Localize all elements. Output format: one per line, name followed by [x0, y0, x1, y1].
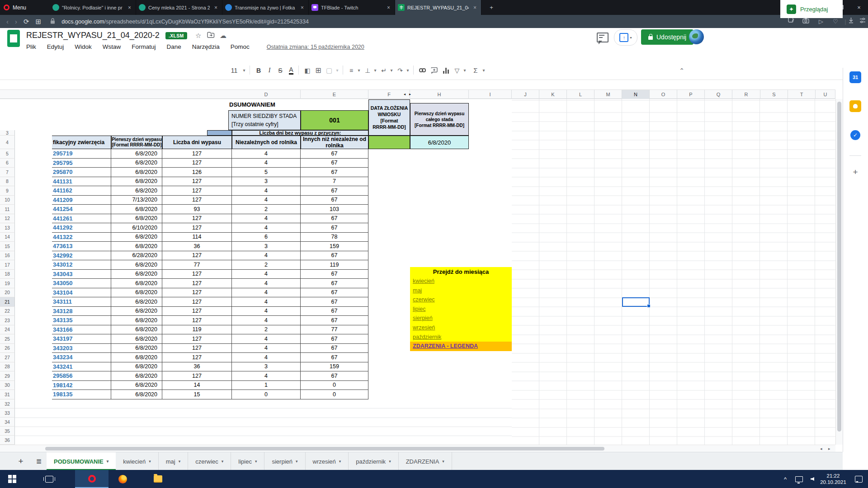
tab-close-icon[interactable]: × — [385, 5, 392, 11]
table-row-17-col-2[interactable]: 6/8/2020 — [111, 260, 162, 270]
sheet-tab-podsumowanie[interactable]: PODSUMOWANIE▾ — [47, 452, 116, 470]
text-color-icon[interactable]: A — [286, 61, 297, 80]
table-row-20-col-1[interactable]: 343104 — [52, 288, 111, 298]
table-row-25-col-3[interactable]: 127 — [162, 334, 232, 344]
sheet-tab-dropdown-icon[interactable]: ▾ — [339, 459, 341, 464]
table-row-26-col-5[interactable]: 67 — [301, 344, 368, 353]
wrap-dropdown-icon[interactable]: ▾ — [389, 61, 394, 80]
table-row-12-col-1[interactable]: 441261 — [52, 214, 111, 224]
tasks-icon[interactable]: ✓ — [849, 129, 861, 141]
jump-link-październik[interactable]: październik — [410, 333, 512, 342]
row-header-18[interactable]: 18 — [0, 270, 15, 279]
column-header-P[interactable]: P — [677, 90, 705, 99]
taskbar-opera-icon[interactable] — [75, 470, 108, 488]
table-row-20-col-3[interactable]: 127 — [162, 288, 232, 298]
vertical-align-icon[interactable]: ⊥ — [363, 61, 373, 80]
insert-chart-icon[interactable] — [440, 61, 451, 80]
table-row-19-col-3[interactable]: 127 — [162, 279, 232, 288]
table-row-7-col-4[interactable]: 5 — [232, 168, 301, 177]
table-row-24-col-3[interactable]: 119 — [162, 325, 232, 335]
start-button[interactable] — [2, 470, 23, 488]
site-lock-icon[interactable] — [50, 18, 55, 25]
selected-cell[interactable] — [622, 297, 650, 307]
row-header-15[interactable]: 15 — [0, 242, 15, 251]
horizontal-scrollbar[interactable]: ◂ ▸ — [0, 445, 835, 452]
column-header-J[interactable]: J — [512, 90, 539, 99]
table-row-13-col-1[interactable]: 441292 — [52, 223, 111, 233]
menu-plik[interactable]: Plik — [26, 43, 36, 50]
table-row-13-col-2[interactable]: 6/10/2020 — [111, 223, 162, 233]
table-row-19-col-1[interactable]: 343050 — [52, 279, 111, 288]
browser-tab-2[interactable]: Ceny mleka 2021 - Strona 2× — [136, 0, 222, 15]
row-header-31[interactable]: 31 — [0, 390, 15, 399]
report-site-icon[interactable] — [787, 17, 796, 26]
borders-icon[interactable]: ⊞ — [313, 61, 324, 80]
sheet-tab-dropdown-icon[interactable]: ▾ — [107, 459, 109, 464]
merge-cells-icon[interactable]: ▢ — [324, 61, 335, 80]
table-row-14-col-5[interactable]: 78 — [301, 233, 368, 242]
filter-icon[interactable]: ▽ — [452, 61, 462, 80]
move-folder-icon[interactable] — [207, 32, 215, 39]
table-row-30-col-3[interactable]: 14 — [162, 381, 232, 390]
table-row-8-col-4[interactable]: 3 — [232, 177, 301, 187]
reload-icon[interactable]: ⟳ — [24, 18, 29, 26]
table-row-23-col-5[interactable]: 67 — [301, 316, 368, 325]
table-row-25-col-4[interactable]: 4 — [232, 334, 301, 344]
forward-icon[interactable]: › — [15, 18, 17, 25]
table-row-8-col-2[interactable]: 6/8/2020 — [111, 177, 162, 187]
table-row-14-col-3[interactable]: 114 — [162, 233, 232, 242]
menu-wstaw[interactable]: Wstaw — [103, 43, 121, 50]
table-row-23-col-4[interactable]: 4 — [232, 316, 301, 325]
band-label-cell[interactable]: Liczba dni bez wypasu z przyczyn: — [232, 130, 368, 136]
valign-dropdown-icon[interactable]: ▾ — [373, 61, 378, 80]
table-row-11-col-2[interactable]: 6/8/2020 — [111, 205, 162, 214]
table-row-22-col-3[interactable]: 127 — [162, 307, 232, 316]
strikethrough-icon[interactable]: S — [275, 61, 286, 80]
table-row-29-col-2[interactable]: 6/8/2020 — [111, 371, 162, 381]
sheet-tab-dropdown-icon[interactable]: ▾ — [296, 459, 298, 464]
network-icon[interactable] — [792, 470, 806, 488]
jump-link-legend[interactable]: ZDARZENIA - LEGENDA — [410, 342, 512, 351]
tab-close-icon[interactable]: × — [472, 5, 478, 11]
table-row-16-col-1[interactable]: 342992 — [52, 251, 111, 261]
table-row-17-col-3[interactable]: 77 — [162, 260, 232, 270]
column-header-M[interactable]: M — [594, 90, 622, 99]
row-header-8[interactable]: 8 — [0, 177, 15, 187]
table-row-11-col-1[interactable]: 441254 — [52, 205, 111, 214]
comment-history-icon[interactable] — [597, 33, 609, 42]
table-row-18-col-3[interactable]: 127 — [162, 270, 232, 279]
table-row-27-col-2[interactable]: 6/8/2020 — [111, 353, 162, 362]
table-row-23-col-3[interactable]: 127 — [162, 316, 232, 325]
row-header-7[interactable]: 7 — [0, 168, 15, 177]
row-header-29[interactable]: 29 — [0, 371, 15, 381]
sheet-tab-dropdown-icon[interactable]: ▾ — [149, 459, 151, 464]
insert-comment-icon[interactable] — [429, 61, 439, 80]
table-row-16-col-2[interactable]: 6/28/2020 — [111, 251, 162, 261]
font-size-dropdown-icon[interactable]: ▾ — [241, 61, 247, 80]
table-row-24-col-1[interactable]: 343166 — [52, 325, 111, 335]
taskbar-firefox-icon[interactable] — [112, 470, 133, 488]
browser-tab-3[interactable]: Transmisje na żywo | Fotka× — [222, 0, 309, 15]
column-header-L[interactable]: L — [567, 90, 594, 99]
downloads-icon[interactable] — [846, 17, 855, 26]
table-row-15-col-4[interactable]: 3 — [232, 242, 301, 251]
table-row-6-col-4[interactable]: 4 — [232, 159, 301, 168]
document-title[interactable]: REJESTR_WYPASU_21_04_2020-2 — [26, 31, 160, 40]
table-row-17-col-5[interactable]: 119 — [301, 260, 368, 270]
table-row-11-col-3[interactable]: 93 — [162, 205, 232, 214]
hscroll-left-icon[interactable]: ◂ — [820, 446, 822, 451]
table-row-25-col-1[interactable]: 343197 — [52, 334, 111, 344]
table-row-19-col-4[interactable]: 4 — [232, 279, 301, 288]
table-row-10-col-1[interactable]: 441209 — [52, 196, 111, 205]
snapshot-camera-icon[interactable] — [801, 17, 810, 26]
text-rotate-icon[interactable]: ↷ — [395, 61, 405, 80]
row-header-32[interactable]: 32 — [0, 399, 15, 408]
table-row-10-col-3[interactable]: 127 — [162, 196, 232, 205]
table-row-26-col-1[interactable]: 343203 — [52, 344, 111, 353]
table-row-24-col-5[interactable]: 77 — [301, 325, 368, 335]
table-row-5-col-4[interactable]: 4 — [232, 149, 301, 159]
table-row-17-col-1[interactable]: 343012 — [52, 260, 111, 270]
browser-tab-1[interactable]: "Rolnicy. Podlasie" i inne pr× — [50, 0, 136, 15]
present-button[interactable]: ↑ ▾ — [614, 29, 637, 46]
row-header-22[interactable]: 22 — [0, 307, 15, 316]
